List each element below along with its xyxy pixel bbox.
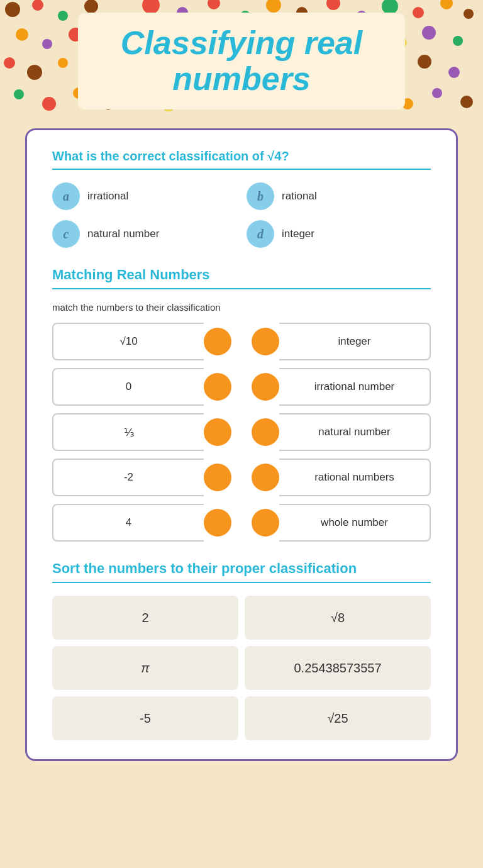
match-right-value-4: rational numbers [314,471,394,484]
sort-cell-1[interactable]: √8 [245,596,431,640]
question-text: What is the correct classification of √4… [52,149,431,164]
match-row-1: √10 integer [52,323,431,360]
match-dot-left-4[interactable] [204,464,231,491]
match-left-1: √10 [52,323,231,360]
match-left-box-2[interactable]: 0 [52,368,204,406]
match-dot-left-5[interactable] [204,509,231,537]
match-dot-right-4[interactable] [252,464,279,491]
sort-title: Sort the numbers to their proper classif… [52,560,431,577]
match-left-5: 4 [52,504,231,542]
option-d-text: integer [282,228,314,240]
sort-value-2: π [141,661,149,676]
option-b-text: rational [282,190,317,203]
match-right-box-5[interactable]: whole number [279,504,431,542]
match-right-2: irrational number [252,368,431,406]
title-container: Classifying real numbers [0,0,483,122]
matching-title: Matching Real Numbers [52,267,431,283]
option-d-letter: d [257,227,264,242]
match-right-box-1[interactable]: integer [279,323,431,360]
sort-section: Sort the numbers to their proper classif… [52,560,431,740]
match-dot-left-1[interactable] [204,328,231,355]
sort-cell-2[interactable]: π [52,646,238,690]
match-right-box-2[interactable]: irrational number [279,368,431,406]
match-left-value-3: ⅓ [124,426,134,439]
match-left-box-5[interactable]: 4 [52,504,204,542]
match-left-value-1: √10 [119,335,137,348]
option-b-letter: b [257,189,264,204]
match-left-box-1[interactable]: √10 [52,323,204,360]
option-d[interactable]: d integer [247,220,431,248]
match-right-box-4[interactable]: rational numbers [279,459,431,496]
match-dot-left-2[interactable] [204,373,231,401]
match-right-value-1: integer [338,335,371,348]
match-dot-right-3[interactable] [252,418,279,446]
sort-value-4: -5 [140,711,151,726]
option-a-letter: a [63,189,69,204]
page-title: Classifying real numbers [103,25,380,97]
sort-value-5: √25 [327,711,348,726]
option-c-circle: c [52,220,80,248]
matching-section: Matching Real Numbers match the numbers … [52,267,431,542]
question-section: What is the correct classification of √4… [52,149,431,248]
match-row-2: 0 irrational number [52,368,431,406]
match-dot-right-5[interactable] [252,509,279,537]
option-a-text: irrational [87,190,128,203]
match-instruction: match the numbers to their classificatio… [52,302,431,313]
match-left-4: -2 [52,459,231,496]
match-left-value-2: 0 [126,381,131,393]
match-dot-left-3[interactable] [204,418,231,446]
match-left-box-3[interactable]: ⅓ [52,413,204,451]
match-right-5: whole number [252,504,431,542]
sort-cell-4[interactable]: -5 [52,696,238,740]
option-a[interactable]: a irrational [52,182,236,210]
match-row-4: -2 rational numbers [52,459,431,496]
match-row-3: ⅓ natural number [52,413,431,451]
match-right-value-5: whole number [321,516,388,529]
sort-divider [52,582,431,583]
question-divider [52,169,431,170]
match-right-4: rational numbers [252,459,431,496]
match-left-box-4[interactable]: -2 [52,459,204,496]
match-right-value-2: irrational number [314,381,395,393]
option-d-circle: d [247,220,274,248]
match-right-3: natural number [252,413,431,451]
options-grid: a irrational b rational c natural number [52,182,431,248]
sort-cell-5[interactable]: √25 [245,696,431,740]
title-box: Classifying real numbers [78,13,405,109]
sort-cell-3[interactable]: 0.25438573557 [245,646,431,690]
option-a-circle: a [52,182,80,210]
sort-value-3: 0.25438573557 [294,661,381,676]
match-dot-right-2[interactable] [252,373,279,401]
option-b-circle: b [247,182,274,210]
match-left-value-5: 4 [126,516,131,529]
sort-value-1: √8 [331,611,345,625]
option-b[interactable]: b rational [247,182,431,210]
match-dot-right-1[interactable] [252,328,279,355]
match-left-value-4: -2 [124,471,133,484]
matching-divider [52,288,431,289]
match-left-2: 0 [52,368,231,406]
match-right-1: integer [252,323,431,360]
sort-cell-0[interactable]: 2 [52,596,238,640]
option-c-letter: c [64,227,69,242]
sort-value-0: 2 [142,611,148,625]
option-c-text: natural number [87,228,159,240]
sort-grid: 2 √8 π 0.25438573557 -5 √25 [52,596,431,740]
option-c[interactable]: c natural number [52,220,236,248]
match-left-3: ⅓ [52,413,231,451]
match-right-value-3: natural number [318,426,390,438]
main-card: What is the correct classification of √4… [25,128,458,761]
match-row-5: 4 whole number [52,504,431,542]
match-right-box-3[interactable]: natural number [279,413,431,451]
